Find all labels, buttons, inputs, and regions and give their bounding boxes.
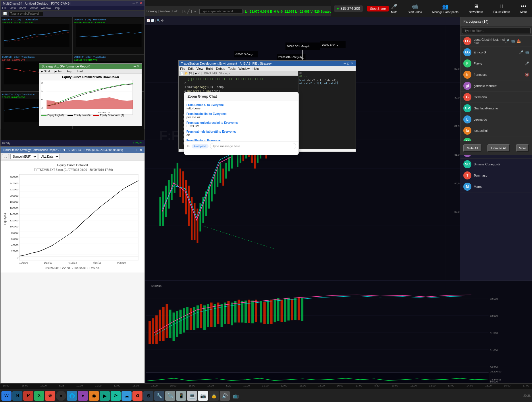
symbol-select[interactable]: Symbol (EUR) xyxy=(10,154,37,159)
taskbar-app16[interactable]: 🔒 xyxy=(209,391,219,401)
svg-rect-123 xyxy=(149,321,151,344)
popup-nav-strat[interactable]: ▶ Strat... xyxy=(41,70,52,73)
chart-tool-2[interactable]: 📉 xyxy=(151,19,154,22)
menu-format[interactable]: Format xyxy=(29,7,38,10)
popup-minimize[interactable]: ─ xyxy=(134,65,136,68)
perf-print-btn[interactable]: 🖨 xyxy=(2,154,9,159)
video-btn[interactable]: 📹 Start Video xyxy=(405,2,424,15)
menu-view[interactable]: View xyxy=(9,7,16,10)
taskbar-app2[interactable]: ● xyxy=(56,391,66,401)
menu-file[interactable]: File xyxy=(2,7,7,10)
status-ready: Ready xyxy=(2,142,10,145)
taskbar-ppt[interactable]: P xyxy=(23,391,33,401)
mute-btn[interactable]: 🎤 Mute xyxy=(389,2,400,15)
svg-rect-59 xyxy=(174,169,176,193)
ts-menu-build[interactable]: Build xyxy=(206,67,213,70)
participants-more-btn[interactable]: More xyxy=(516,144,529,152)
perf-minimize[interactable]: ─ xyxy=(133,148,135,152)
ts-btn-new[interactable]: 📄 xyxy=(180,72,184,75)
chart-tool-zoom[interactable]: 🔍 xyxy=(157,19,160,22)
pause-share-btn[interactable]: ⏸ Pause Share xyxy=(491,2,512,15)
ts-menu-window[interactable]: Window xyxy=(238,67,250,70)
ts-btn-build[interactable]: ▶ xyxy=(195,72,197,75)
taskbar-clock: 20:36 xyxy=(523,394,531,397)
ts-menu-edit[interactable]: Edit xyxy=(188,67,194,70)
mute-all-btn[interactable]: Mute All xyxy=(463,144,481,152)
taskbar-app1[interactable]: ❋ xyxy=(45,391,55,401)
menu-window[interactable]: Window xyxy=(41,7,51,10)
ts-menu-view[interactable]: View xyxy=(196,67,203,70)
taskbar-app15[interactable]: 📷 xyxy=(198,391,208,401)
menu-help[interactable]: Help xyxy=(54,7,60,10)
filter-select[interactable]: ALL Data xyxy=(39,154,59,159)
chart-tool-1[interactable]: 📈 xyxy=(147,19,150,22)
taskbar-app12[interactable]: 📎 xyxy=(165,391,175,401)
popup-nav-time[interactable]: ▶ Tim... xyxy=(55,70,65,73)
taskbar-app8[interactable]: ☁ xyxy=(122,391,132,401)
name-tommaso: Tommaso xyxy=(474,174,529,177)
chart-tool-crosshair[interactable]: ✛ xyxy=(161,19,163,22)
chart-symbol-1: GBPJPY · 1 Day · TradeStation xyxy=(2,18,38,21)
taskbar-app5[interactable]: ◉ xyxy=(89,391,99,401)
taskbar-app13[interactable]: 📱 xyxy=(176,391,186,401)
popup-chart-svg: 2 1 0 -1 02/24/2014 xyxy=(41,80,133,115)
ts-menu-help[interactable]: Help xyxy=(252,67,259,70)
ts-menu-tools[interactable]: Tools xyxy=(228,67,236,70)
svg-text:80,500: 80,500 xyxy=(454,182,460,185)
text-1: tutto bene! xyxy=(186,107,296,110)
ts-max[interactable]: □ xyxy=(347,62,349,65)
popup-nav-trade[interactable]: Trad... xyxy=(77,70,85,73)
taskbar-app9[interactable]: ♻ xyxy=(132,391,142,401)
participants-btn[interactable]: 👥 Manage Participants xyxy=(430,2,461,15)
taskbar-app18[interactable]: 📺 xyxy=(231,391,241,401)
taskbar-app10[interactable]: ⚙ xyxy=(143,391,153,401)
ts-close[interactable]: ✕ xyxy=(351,62,353,65)
ts-btn-verify[interactable]: ✓ xyxy=(198,72,200,75)
taskbar-word[interactable]: W xyxy=(1,391,11,401)
taskbar-app17[interactable]: 🔊 xyxy=(220,391,230,401)
perf-maximize[interactable]: □ xyxy=(136,148,138,152)
draw-cursor-btn[interactable]: ↖ xyxy=(184,9,186,13)
svg-rect-54 xyxy=(159,197,161,226)
popup-nav-equity[interactable]: Equ... xyxy=(67,70,74,73)
draw-arrow-btn[interactable]: → xyxy=(193,9,197,13)
chat-message-input[interactable] xyxy=(210,143,296,149)
zoom-chat: Zoom Group Chat From Enrico G to Everyon… xyxy=(184,92,299,155)
ts-menu-file[interactable]: File xyxy=(180,67,185,70)
taskbar-app7[interactable]: ⟳ xyxy=(111,391,121,401)
perf-close[interactable]: ✕ xyxy=(140,148,142,152)
maximize-icon[interactable]: □ xyxy=(136,1,138,5)
close-icon[interactable]: ✕ xyxy=(140,1,142,5)
taskbar-app11[interactable]: 🔧 xyxy=(154,391,164,401)
taskbar-app4[interactable]: ♦ xyxy=(78,391,88,401)
stop-share-btn[interactable]: Stop Share xyxy=(367,6,389,11)
taskbar-excel[interactable]: X xyxy=(34,391,44,401)
svg-text:81,000: 81,000 xyxy=(490,349,498,352)
ts-btn-save[interactable]: 💾 xyxy=(189,72,192,75)
symbol-input[interactable] xyxy=(9,11,43,16)
ts-menu-debug[interactable]: Debug xyxy=(216,67,225,70)
participants-filter-input[interactable] xyxy=(462,28,531,34)
more-btn[interactable]: ••• More xyxy=(518,2,529,15)
menu-insert[interactable]: Insert xyxy=(19,7,26,10)
draw-line-btn[interactable]: ╱ xyxy=(187,9,189,13)
svg-rect-63 xyxy=(185,180,187,214)
svg-rect-162 xyxy=(284,298,286,322)
minimize-icon[interactable]: ─ xyxy=(133,1,135,5)
popup-close[interactable]: ✕ xyxy=(137,65,139,68)
ts-btn-open[interactable]: 📂 xyxy=(184,72,188,75)
svg-rect-166 xyxy=(298,297,300,320)
taskbar-app14[interactable]: 💻 xyxy=(187,391,197,401)
taskbar-onenote[interactable]: N xyxy=(12,391,22,401)
toolbar-btn[interactable]: 📊 xyxy=(2,11,8,16)
chat-recipient[interactable]: Everyone xyxy=(192,144,208,148)
taskbar-app3[interactable]: 🌐 xyxy=(67,391,77,401)
draw-text-btn[interactable]: T xyxy=(190,9,192,13)
ts-min[interactable]: ─ xyxy=(344,62,346,65)
new-share-btn[interactable]: 🖥 New Share xyxy=(467,2,485,15)
performance-panel: TradeStation Strategy Performance Report… xyxy=(0,146,145,402)
svg-rect-167 xyxy=(301,298,303,321)
chart-symbol-input[interactable] xyxy=(199,9,242,14)
taskbar-app6[interactable]: ▶ xyxy=(100,391,110,401)
unmute-all-btn[interactable]: Unmute All xyxy=(487,144,510,152)
